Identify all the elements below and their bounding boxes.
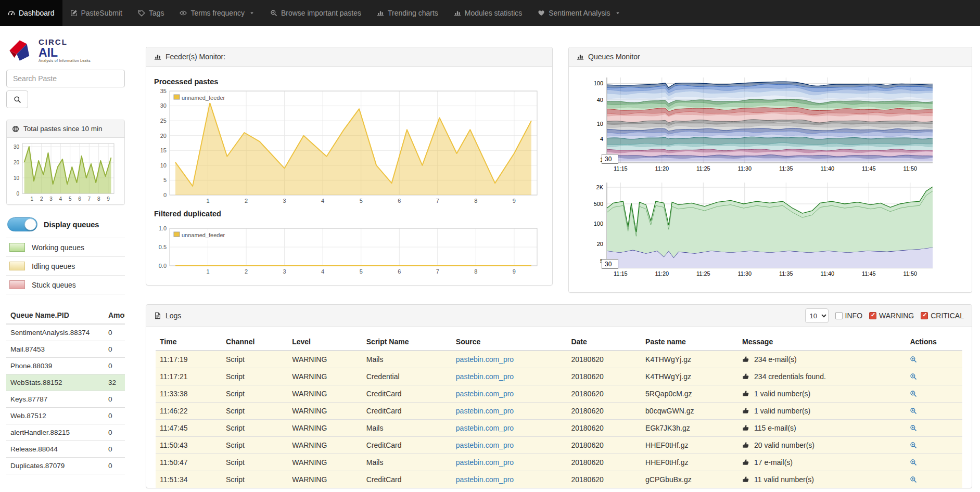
log-date-cell: 20180620 — [567, 403, 641, 420]
queue-amount-cell: 0 — [104, 441, 125, 458]
logs-title: Logs — [166, 312, 181, 320]
svg-text:20: 20 — [160, 133, 167, 139]
svg-text:35: 35 — [160, 88, 167, 94]
source-link[interactable]: pastebin.com_pro — [456, 372, 514, 381]
legend-label: Stuck queues — [32, 281, 76, 289]
show-paste-button[interactable] — [910, 372, 917, 381]
log-paste-cell: gCPGbuBx.gz — [641, 471, 738, 488]
log-row: 11:33:38ScriptWARNINGCreditCardpastebin.… — [156, 385, 962, 403]
source-link[interactable]: pastebin.com_pro — [456, 441, 514, 449]
svg-text:6: 6 — [78, 196, 81, 202]
source-link[interactable]: pastebin.com_pro — [456, 407, 514, 415]
source-link[interactable]: pastebin.com_pro — [456, 424, 514, 432]
source-link[interactable]: pastebin.com_pro — [456, 390, 514, 398]
filter-warning[interactable]: WARNING — [869, 312, 914, 320]
svg-text:4: 4 — [321, 268, 324, 275]
nav-item-pastesubmit[interactable]: PasteSubmit — [62, 0, 130, 26]
queue-amount-cell: 0 — [104, 391, 125, 408]
search-plus-icon — [910, 356, 917, 363]
circl-ail-logo[interactable]: CIRCL AIL Analysis of Information Leaks — [6, 37, 125, 62]
logs-heading: Logs 10 INFOWARNINGCRITICAL — [146, 305, 972, 327]
queues-monitor-chart-bottom[interactable]: 2K50010020511:1511:2011:2511:3011:3511:4… — [577, 179, 941, 279]
source-link[interactable]: pastebin.com_pro — [456, 355, 514, 364]
logo-product-text: AIL — [39, 46, 91, 59]
svg-text:9: 9 — [513, 268, 516, 275]
svg-text:6: 6 — [398, 268, 401, 275]
checkbox-warning[interactable] — [869, 312, 876, 319]
thumbs-up-icon — [742, 442, 749, 449]
nav-item-dashboard[interactable]: Dashboard — [0, 0, 62, 26]
svg-text:8: 8 — [474, 198, 477, 204]
checkbox-critical[interactable] — [921, 312, 928, 319]
queue-amount-cell: 0 — [104, 324, 125, 341]
bar-chart-icon — [577, 53, 584, 60]
nav-item-sentiment-analysis[interactable]: Sentiment Analysis — [530, 0, 628, 26]
queue-amount-cell: 32 — [104, 374, 125, 391]
log-time-cell: 11:51:34 — [156, 471, 222, 488]
dygraph-roll-input[interactable] — [602, 259, 618, 269]
log-row: 11:46:22ScriptWARNINGCreditCardpastebin.… — [156, 403, 962, 420]
sidebar: CIRCL AIL Analysis of Information Leaks … — [0, 26, 131, 474]
show-paste-button[interactable] — [910, 355, 917, 364]
search-plus-icon — [910, 442, 917, 449]
svg-text:unnamed_feeder: unnamed_feeder — [182, 95, 225, 101]
show-paste-button[interactable] — [910, 390, 917, 398]
nav-item-tags[interactable]: Tags — [130, 0, 172, 26]
search-button[interactable] — [6, 90, 28, 108]
svg-text:30: 30 — [14, 144, 20, 150]
log-script-cell: CreditCard — [362, 403, 452, 420]
display-queues-toggle[interactable] — [7, 217, 37, 231]
show-paste-button[interactable] — [910, 441, 917, 449]
log-row: 11:50:47ScriptWARNINGMailspastebin.com_p… — [156, 454, 962, 471]
display-queues-row: Display queues — [7, 217, 124, 231]
page-body: CIRCL AIL Analysis of Information Leaks … — [0, 26, 980, 488]
show-paste-button[interactable] — [910, 458, 917, 467]
search-input[interactable] — [6, 70, 125, 87]
log-message-cell: 115 e-mail(s) — [738, 420, 906, 437]
queue-amount-cell: 0 — [104, 424, 125, 441]
thumbs-up-icon — [742, 390, 749, 397]
nav-item-browse-important-pastes[interactable]: Browse important pastes — [262, 0, 369, 26]
nav-item-modules-statistics[interactable]: Modules statistics — [446, 0, 530, 26]
svg-text:100: 100 — [594, 221, 603, 227]
show-paste-button[interactable] — [910, 475, 917, 484]
legend-swatch — [9, 262, 25, 270]
log-script-cell: CreditCard — [362, 385, 452, 403]
nav-item-trending-charts[interactable]: Trending charts — [369, 0, 446, 26]
checkbox-info[interactable] — [835, 312, 843, 319]
log-actions-cell — [906, 437, 962, 454]
log-channel-cell: Script — [222, 368, 288, 385]
queues-monitor-chart-top[interactable]: 10040104111:1511:2011:2511:3011:3511:401… — [577, 74, 941, 174]
svg-text:11:50: 11:50 — [903, 270, 917, 277]
filter-info[interactable]: INFO — [835, 312, 862, 320]
queue-row: alertHandler.882150 — [6, 424, 125, 441]
svg-text:0.0: 0.0 — [159, 263, 167, 269]
log-actions-cell — [906, 368, 962, 385]
heart-icon — [538, 9, 545, 17]
log-level-cell: WARNING — [288, 471, 362, 488]
search-plus-icon — [270, 9, 277, 17]
bar-chart-icon — [454, 9, 461, 17]
nav-item-label: Dashboard — [19, 9, 55, 17]
search-icon — [14, 96, 21, 103]
source-link[interactable]: pastebin.com_pro — [456, 475, 514, 484]
filter-critical[interactable]: CRITICAL — [921, 312, 964, 320]
source-link[interactable]: pastebin.com_pro — [456, 458, 514, 467]
show-paste-button[interactable] — [910, 407, 917, 415]
svg-text:5: 5 — [163, 177, 167, 183]
log-row: 11:50:43ScriptWARNINGCreditCardpastebin.… — [156, 437, 962, 454]
log-message-text: 17 e-mail(s) — [754, 458, 793, 467]
nav-item-terms-frequency[interactable]: Terms frequency — [172, 0, 262, 26]
dygraph-roll-input[interactable] — [602, 154, 618, 164]
total-pastes-panel-heading: Total pastes since 10 min — [7, 120, 124, 138]
svg-text:11:15: 11:15 — [614, 270, 628, 277]
logs-header-channel: Channel — [222, 333, 288, 351]
svg-text:6: 6 — [398, 198, 401, 204]
svg-text:2K: 2K — [596, 184, 604, 190]
svg-text:11:25: 11:25 — [696, 165, 710, 172]
svg-text:11:40: 11:40 — [820, 165, 834, 172]
show-paste-button[interactable] — [910, 424, 917, 432]
page-size-select[interactable]: 10 — [805, 308, 829, 323]
svg-text:4: 4 — [59, 196, 62, 202]
queue-table-header-name: Queue Name.PID — [6, 307, 104, 324]
